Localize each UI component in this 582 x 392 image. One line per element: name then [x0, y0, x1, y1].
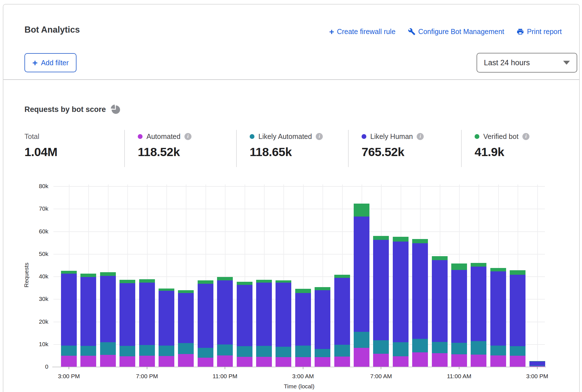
bar-segment-likely-automated[interactable]	[432, 342, 448, 353]
bar-segment-verified-bot[interactable]	[119, 280, 135, 283]
bar-segment-automated[interactable]	[490, 355, 506, 367]
bar-segment-likely-automated[interactable]	[510, 346, 525, 356]
bar-segment-likely-automated[interactable]	[80, 346, 96, 356]
bar-segment-likely-human[interactable]	[432, 260, 448, 342]
bar-segment-automated[interactable]	[100, 355, 116, 367]
bar-segment-likely-automated[interactable]	[393, 342, 409, 356]
bar-segment-likely-human[interactable]	[295, 293, 311, 346]
bar-segment-verified-bot[interactable]	[510, 270, 525, 275]
bar-segment-verified-bot[interactable]	[217, 277, 233, 280]
bar-segment-likely-human[interactable]	[178, 293, 194, 343]
bar-segment-likely-human[interactable]	[100, 276, 116, 342]
bar-segment-likely-human[interactable]	[256, 283, 272, 346]
bar-segment-likely-automated[interactable]	[256, 346, 272, 357]
bar-segment-likely-human[interactable]	[490, 271, 506, 345]
bar-segment-automated[interactable]	[159, 356, 174, 367]
bar-segment-likely-human[interactable]	[334, 278, 350, 345]
configure-bot-management-link[interactable]: Configure Bot Management	[408, 28, 504, 36]
bar-segment-verified-bot[interactable]	[334, 275, 350, 278]
info-icon[interactable]: i	[522, 133, 529, 140]
bar-segment-verified-bot[interactable]	[451, 263, 467, 270]
bar-segment-verified-bot[interactable]	[139, 279, 155, 283]
bar-segment-likely-human[interactable]	[471, 267, 486, 341]
bar-segment-verified-bot[interactable]	[373, 236, 389, 240]
bar-segment-automated[interactable]	[334, 357, 350, 367]
bar-segment-likely-automated[interactable]	[198, 348, 213, 358]
bar-segment-automated[interactable]	[80, 356, 96, 367]
bar-segment-automated[interactable]	[198, 358, 213, 367]
time-range-select[interactable]: Last 24 hours	[477, 53, 577, 73]
bar-segment-likely-automated[interactable]	[159, 346, 174, 356]
bar-segment-verified-bot[interactable]	[80, 274, 96, 277]
bar-segment-likely-human[interactable]	[510, 275, 525, 346]
bar-segment-likely-human[interactable]	[412, 243, 428, 339]
bar-segment-likely-human[interactable]	[237, 285, 252, 346]
bar-segment-verified-bot[interactable]	[256, 280, 272, 283]
bar-segment-likely-automated[interactable]	[315, 349, 330, 357]
bar-segment-automated[interactable]	[471, 355, 486, 367]
bar-segment-likely-human[interactable]	[139, 283, 155, 345]
bar-segment-likely-automated[interactable]	[139, 345, 155, 356]
bar-segment-automated[interactable]	[315, 357, 330, 367]
bar-segment-verified-bot[interactable]	[198, 280, 213, 283]
bar-segment-likely-automated[interactable]	[490, 346, 506, 355]
bar-segment-likely-automated[interactable]	[354, 332, 369, 348]
bar-segment-automated[interactable]	[295, 357, 311, 367]
bar-segment-automated[interactable]	[256, 357, 272, 367]
bar-segment-likely-automated[interactable]	[217, 344, 233, 355]
bar-segment-automated[interactable]	[412, 352, 428, 367]
bar-segment-automated[interactable]	[119, 356, 135, 367]
bar-segment-automated[interactable]	[237, 357, 252, 367]
bar-segment-likely-automated[interactable]	[334, 345, 350, 357]
bar-segment-verified-bot[interactable]	[61, 271, 77, 274]
bar-segment-verified-bot[interactable]	[432, 256, 448, 260]
bar-segment-automated[interactable]	[432, 353, 448, 367]
bar-segment-likely-automated[interactable]	[295, 346, 311, 357]
bar-segment-verified-bot[interactable]	[295, 289, 311, 293]
bar-segment-likely-human[interactable]	[373, 240, 389, 340]
bar-segment-verified-bot[interactable]	[471, 263, 486, 267]
bar-segment-verified-bot[interactable]	[276, 280, 291, 283]
bar-segment-automated[interactable]	[510, 356, 525, 367]
bar-segment-automated[interactable]	[61, 356, 77, 367]
bar-segment-likely-human[interactable]	[80, 277, 96, 346]
bar-segment-verified-bot[interactable]	[315, 287, 330, 290]
bar-segment-likely-human[interactable]	[159, 291, 174, 345]
info-icon[interactable]: i	[316, 133, 323, 140]
bar-segment-likely-automated[interactable]	[529, 366, 545, 366]
bar-segment-verified-bot[interactable]	[393, 237, 409, 242]
info-icon[interactable]: i	[184, 133, 191, 140]
create-firewall-rule-link[interactable]: + Create firewall rule	[329, 28, 396, 36]
bar-segment-automated[interactable]	[393, 356, 409, 367]
bar-segment-verified-bot[interactable]	[178, 290, 194, 293]
bar-segment-automated[interactable]	[276, 357, 291, 367]
bar-segment-likely-automated[interactable]	[100, 342, 116, 355]
bar-segment-likely-human[interactable]	[354, 217, 369, 332]
bar-segment-verified-bot[interactable]	[237, 282, 252, 285]
bar-segment-automated[interactable]	[217, 355, 233, 367]
bar-segment-likely-automated[interactable]	[276, 347, 291, 357]
bar-segment-likely-human[interactable]	[315, 290, 330, 349]
bar-segment-verified-bot[interactable]	[490, 268, 506, 272]
bar-segment-likely-automated[interactable]	[237, 346, 252, 357]
bar-segment-likely-human[interactable]	[393, 242, 409, 343]
bar-segment-automated[interactable]	[373, 354, 389, 367]
bar-segment-verified-bot[interactable]	[412, 239, 428, 243]
bar-segment-likely-automated[interactable]	[451, 343, 467, 354]
bar-segment-automated[interactable]	[451, 354, 467, 367]
bar-segment-automated[interactable]	[178, 354, 194, 367]
add-filter-button[interactable]: + Add filter	[24, 53, 76, 72]
bar-segment-likely-human[interactable]	[529, 361, 545, 366]
bar-segment-likely-automated[interactable]	[373, 340, 389, 354]
bar-segment-likely-human[interactable]	[217, 280, 233, 344]
bar-segment-verified-bot[interactable]	[100, 272, 116, 276]
bar-segment-likely-human[interactable]	[119, 283, 135, 346]
bar-segment-automated[interactable]	[139, 356, 155, 367]
print-report-link[interactable]: Print report	[516, 28, 562, 36]
info-icon[interactable]: i	[417, 133, 424, 140]
bar-segment-automated[interactable]	[354, 348, 369, 367]
bar-segment-verified-bot[interactable]	[159, 289, 174, 291]
bar-segment-verified-bot[interactable]	[354, 204, 369, 217]
bar-segment-likely-automated[interactable]	[61, 346, 77, 356]
bar-segment-likely-automated[interactable]	[119, 346, 135, 356]
